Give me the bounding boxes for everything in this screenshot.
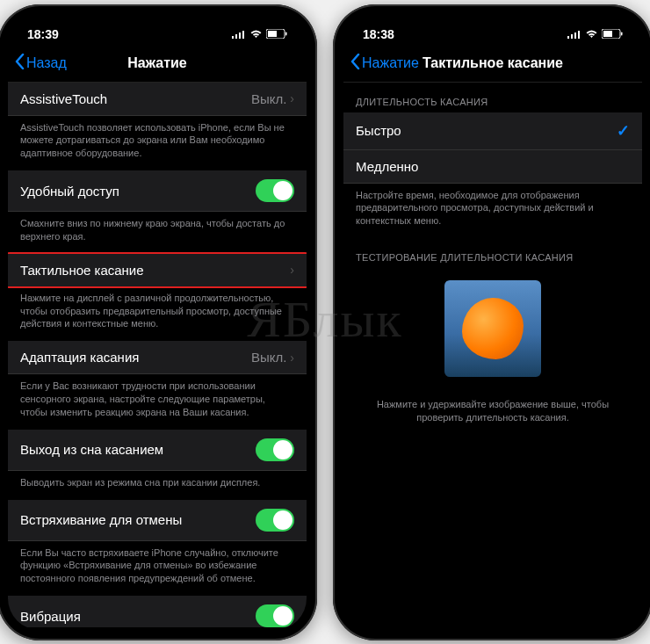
- svg-rect-7: [567, 36, 569, 39]
- signal-icon: [567, 30, 581, 39]
- back-label: Назад: [26, 55, 67, 71]
- row-label: Медленно: [356, 159, 418, 174]
- svg-rect-2: [239, 33, 241, 39]
- row-label: Вибрация: [20, 609, 81, 624]
- nav-bar: Нажатие Тактильное касание: [343, 48, 642, 83]
- chevron-left-icon: [350, 54, 360, 73]
- footer-assistivetouch: AssistiveTouch позволяет использовать iP…: [8, 116, 307, 171]
- footer-tapwake: Выводить экран из режима сна при касании…: [8, 471, 307, 500]
- svg-rect-8: [571, 34, 573, 39]
- phone-left: 18:39 Назад Нажатие AssistiveTouch Выкл.…: [0, 4, 317, 640]
- row-label: AssistiveTouch: [20, 91, 107, 106]
- notch: [427, 15, 559, 38]
- battery-icon: [602, 29, 623, 39]
- settings-content[interactable]: AssistiveTouch Выкл.› AssistiveTouch поз…: [8, 83, 307, 627]
- wifi-icon: [249, 29, 263, 39]
- row-value: Выкл.: [251, 91, 286, 106]
- back-label: Нажатие: [362, 55, 419, 71]
- svg-rect-6: [285, 33, 287, 36]
- footer-duration: Настройте время, необходимое для отображ…: [343, 184, 642, 239]
- toggle-shake-to-undo[interactable]: [256, 509, 294, 532]
- phone-right: 18:38 Нажатие Тактильное касание ДЛИТЕЛЬ…: [333, 4, 650, 640]
- toggle-vibration[interactable]: [256, 604, 294, 626]
- svg-rect-13: [621, 33, 623, 36]
- chevron-right-icon: ›: [290, 263, 294, 277]
- row-vibration[interactable]: Вибрация: [8, 596, 307, 626]
- toggle-reachability[interactable]: [256, 179, 294, 202]
- svg-rect-12: [603, 31, 612, 37]
- footer-accommodations: Если у Вас возникают трудности при испол…: [8, 374, 307, 430]
- chevron-left-icon: [15, 54, 25, 73]
- row-tap-to-wake[interactable]: Выход из сна касанием: [8, 430, 307, 471]
- status-time: 18:38: [363, 27, 394, 41]
- footer-test: Нажмите и удерживайте изображение выше, …: [343, 389, 642, 433]
- chevron-right-icon: ›: [290, 91, 294, 105]
- row-duration-slow[interactable]: Медленно: [343, 150, 642, 184]
- status-time: 18:39: [27, 27, 59, 41]
- row-accommodations[interactable]: Адаптация касания Выкл.›: [8, 341, 307, 374]
- svg-rect-5: [268, 31, 277, 37]
- page-title: Тактильное касание: [422, 55, 563, 71]
- row-label: Встряхивание для отмены: [20, 512, 182, 527]
- svg-rect-3: [242, 31, 244, 39]
- svg-rect-10: [578, 31, 580, 39]
- row-haptic-touch[interactable]: Тактильное касание ›: [8, 254, 307, 286]
- toggle-tap-to-wake[interactable]: [256, 438, 294, 461]
- row-label: Тактильное касание: [20, 263, 144, 278]
- nav-bar: Назад Нажатие: [8, 48, 307, 83]
- signal-icon: [232, 30, 246, 39]
- row-label: Быстро: [356, 123, 401, 138]
- battery-icon: [266, 29, 287, 39]
- settings-content[interactable]: ДЛИТЕЛЬНОСТЬ КАСАНИЯ Быстро ✓ Медленно Н…: [343, 83, 642, 627]
- wifi-icon: [585, 29, 598, 39]
- notch: [91, 15, 223, 38]
- row-label: Адаптация касания: [20, 350, 139, 365]
- back-button[interactable]: Назад: [15, 54, 67, 73]
- row-label: Выход из сна касанием: [20, 442, 163, 457]
- row-label: Удобный доступ: [20, 184, 119, 199]
- page-title: Нажатие: [127, 55, 186, 71]
- checkmark-icon: ✓: [617, 121, 630, 141]
- section-header-duration: ДЛИТЕЛЬНОСТЬ КАСАНИЯ: [343, 83, 642, 112]
- row-duration-fast[interactable]: Быстро ✓: [343, 112, 642, 150]
- footer-reachability: Смахните вниз по нижнему краю экрана, чт…: [8, 212, 307, 254]
- footer-shake: Если Вы часто встряхиваете iPhone случай…: [8, 541, 307, 597]
- row-value: Выкл.: [251, 350, 286, 365]
- svg-rect-0: [232, 36, 234, 39]
- svg-rect-1: [235, 34, 237, 39]
- chevron-right-icon: ›: [290, 351, 294, 365]
- back-button[interactable]: Нажатие: [350, 54, 419, 73]
- row-reachability[interactable]: Удобный доступ: [8, 170, 307, 212]
- row-shake-to-undo[interactable]: Встряхивание для отмены: [8, 500, 307, 541]
- svg-rect-9: [574, 33, 576, 39]
- footer-haptic: Нажмите на дисплей с различной продолжит…: [8, 286, 307, 342]
- test-image[interactable]: [444, 280, 541, 377]
- section-header-test: ТЕСТИРОВАНИЕ ДЛИТЕЛЬНОСТИ КАСАНИЯ: [343, 238, 642, 268]
- row-assistivetouch[interactable]: AssistiveTouch Выкл.›: [8, 83, 307, 116]
